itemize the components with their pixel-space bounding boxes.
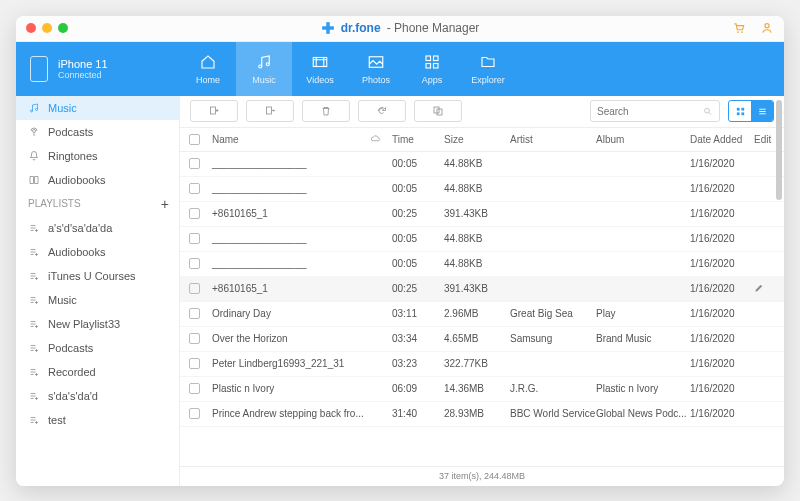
cell-date: 1/16/2020	[690, 208, 754, 219]
close-window[interactable]	[26, 23, 36, 33]
cell-name: Peter Lindberg16993_221_31	[208, 358, 370, 369]
col-name[interactable]: Name	[208, 134, 370, 145]
row-checkbox[interactable]	[189, 158, 200, 169]
row-checkbox[interactable]	[189, 183, 200, 194]
row-checkbox[interactable]	[189, 208, 200, 219]
cell-artist: Samsung	[510, 333, 596, 344]
table-row[interactable]: _________________00:0544.88KB1/16/2020	[180, 152, 784, 177]
device-info[interactable]: iPhone 11 Connected	[16, 42, 180, 96]
cell-name: Plastic n Ivory	[208, 383, 370, 394]
dedup-button[interactable]	[414, 100, 462, 122]
search-input[interactable]	[597, 106, 699, 117]
table-row[interactable]: Peter Lindberg16993_221_3103:23322.77KB1…	[180, 352, 784, 377]
svg-rect-23	[736, 112, 739, 115]
col-date[interactable]: Date Added	[690, 134, 754, 145]
row-checkbox[interactable]	[189, 258, 200, 269]
table-row[interactable]: _________________00:0544.88KB1/16/2020	[180, 252, 784, 277]
delete-button[interactable]	[302, 100, 350, 122]
col-artist[interactable]: Artist	[510, 134, 596, 145]
playlist-item[interactable]: s'da's'da'd	[16, 384, 179, 408]
refresh-button[interactable]	[358, 100, 406, 122]
cell-date: 1/16/2020	[690, 183, 754, 194]
cell-name: +8610165_1	[208, 208, 370, 219]
svg-point-13	[31, 110, 33, 112]
nav-explorer[interactable]: Explorer	[460, 42, 516, 96]
svg-rect-22	[741, 107, 744, 110]
window-controls	[26, 23, 68, 33]
playlist-item[interactable]: a's'd'sa'da'da	[16, 216, 179, 240]
select-all[interactable]	[180, 134, 208, 145]
row-checkbox[interactable]	[189, 283, 200, 294]
nav-apps[interactable]: Apps	[404, 42, 460, 96]
playlist-item[interactable]: Music	[16, 288, 179, 312]
cell-name: Prince Andrew stepping back fro...	[208, 408, 370, 419]
title: dr.fone - Phone Manager	[68, 21, 732, 35]
cell-name: _________________	[208, 258, 370, 269]
table-row[interactable]: Plastic n Ivory06:0914.36MBJ.R.G.Plastic…	[180, 377, 784, 402]
table-row[interactable]: Prince Andrew stepping back fro...31:402…	[180, 402, 784, 427]
edit-icon[interactable]	[754, 283, 764, 293]
sidebar-item-label: Ringtones	[48, 150, 98, 162]
cell-name: +8610165_1	[208, 283, 370, 294]
maximize-window[interactable]	[58, 23, 68, 33]
add-playlist-button[interactable]: +	[161, 196, 169, 212]
row-checkbox[interactable]	[189, 358, 200, 369]
cell-album: Brand Music	[596, 333, 690, 344]
add-button[interactable]	[190, 100, 238, 122]
row-checkbox[interactable]	[189, 408, 200, 419]
svg-rect-17	[267, 107, 272, 114]
export-button[interactable]	[246, 100, 294, 122]
cell-date: 1/16/2020	[690, 308, 754, 319]
nav-photos[interactable]: Photos	[348, 42, 404, 96]
sidebar-audiobooks[interactable]: Audiobooks	[16, 168, 179, 192]
col-cloud[interactable]	[370, 133, 392, 146]
cell-edit	[754, 283, 782, 295]
sidebar-podcasts[interactable]: Podcasts	[16, 120, 179, 144]
titlebar: dr.fone - Phone Manager	[16, 16, 784, 42]
phone-icon	[30, 56, 48, 82]
row-checkbox[interactable]	[189, 383, 200, 394]
playlist-item[interactable]: test	[16, 408, 179, 432]
svg-rect-16	[211, 107, 216, 114]
cell-date: 1/16/2020	[690, 333, 754, 344]
nav-videos[interactable]: Videos	[292, 42, 348, 96]
col-size[interactable]: Size	[444, 134, 510, 145]
playlist-item[interactable]: New Playlist33	[16, 312, 179, 336]
col-time[interactable]: Time	[392, 134, 444, 145]
playlist-item[interactable]: Podcasts	[16, 336, 179, 360]
playlist-item[interactable]: Audiobooks	[16, 240, 179, 264]
row-checkbox[interactable]	[189, 333, 200, 344]
nav-music[interactable]: Music	[236, 42, 292, 96]
table-row[interactable]: +8610165_100:25391.43KB1/16/2020	[180, 277, 784, 302]
playlist-item[interactable]: Recorded	[16, 360, 179, 384]
row-checkbox[interactable]	[189, 308, 200, 319]
table-row[interactable]: _________________00:0544.88KB1/16/2020	[180, 177, 784, 202]
sidebar: Music Podcasts Ringtones Audiobooks PLAY…	[16, 96, 180, 486]
scrollbar[interactable]	[776, 100, 782, 200]
cell-album: Plastic n Ivory	[596, 383, 690, 394]
list-view[interactable]	[751, 101, 773, 121]
table-row[interactable]: Over the Horizon03:344.65MBSamsungBrand …	[180, 327, 784, 352]
cart-icon[interactable]	[732, 21, 746, 35]
sidebar-music[interactable]: Music	[16, 96, 179, 120]
table-row[interactable]: _________________00:0544.88KB1/16/2020	[180, 227, 784, 252]
nav-items: Home Music Videos Photos Apps Explorer	[180, 42, 516, 96]
playlist-item[interactable]: iTunes U Courses	[16, 264, 179, 288]
sidebar-ringtones[interactable]: Ringtones	[16, 144, 179, 168]
view-toggle[interactable]	[728, 100, 774, 122]
search-box[interactable]	[590, 100, 720, 122]
cell-size: 44.88KB	[444, 233, 510, 244]
grid-view[interactable]	[729, 101, 751, 121]
cell-date: 1/16/2020	[690, 358, 754, 369]
col-album[interactable]: Album	[596, 134, 690, 145]
minimize-window[interactable]	[42, 23, 52, 33]
svg-rect-21	[736, 107, 739, 110]
user-icon[interactable]	[760, 21, 774, 35]
svg-rect-1	[322, 26, 334, 30]
table-row[interactable]: Ordinary Day03:112.96MBGreat Big SeaPlay…	[180, 302, 784, 327]
svg-point-4	[765, 24, 769, 28]
table-row[interactable]: +8610165_100:25391.43KB1/16/2020	[180, 202, 784, 227]
svg-rect-12	[434, 63, 439, 68]
row-checkbox[interactable]	[189, 233, 200, 244]
nav-home[interactable]: Home	[180, 42, 236, 96]
